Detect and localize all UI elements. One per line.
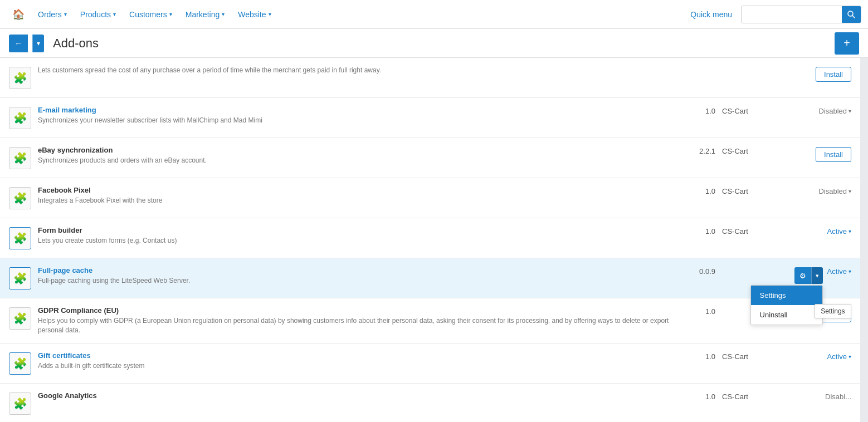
addon-row: 🧩 E-mail marketing Synchronizes your new… <box>0 98 860 138</box>
status-active-full-page-cache[interactable]: Active ▾ <box>827 267 851 276</box>
main-content: 🧩 Lets customers spread the cost of any … <box>0 58 868 422</box>
back-button[interactable]: ← <box>9 35 28 52</box>
settings-menu-item[interactable]: Settings <box>751 286 822 305</box>
puzzle-icon: 🧩 <box>13 312 27 325</box>
addon-version-facebook: 1.0 <box>682 186 715 195</box>
search-input[interactable] <box>742 6 842 23</box>
install-button-ebay[interactable]: Install <box>816 147 851 162</box>
addon-info-email-marketing: E-mail marketing Synchronizes your newsl… <box>38 106 675 125</box>
nav-marketing[interactable]: Marketing ▾ <box>180 6 230 23</box>
gear-btn-group: ⚙ ▾ <box>794 267 823 284</box>
gear-button[interactable]: ⚙ <box>794 267 811 284</box>
status-chevron-icon: ▾ <box>849 108 851 114</box>
settings-tooltip: Settings <box>815 304 851 318</box>
addon-version-google-analytics: 1.0 <box>682 391 715 401</box>
addon-info-gdpr: GDPR Compliance (EU) Helps you to comply… <box>38 306 675 335</box>
addon-icon-facebook: 🧩 <box>9 187 31 209</box>
addon-icon-installment: 🧩 <box>9 67 31 89</box>
addon-status-gift-certificates: Active ▾ <box>773 351 851 361</box>
puzzle-icon: 🧩 <box>13 272 27 285</box>
addon-name-gift-certificates[interactable]: Gift certificates <box>38 351 675 360</box>
addon-status-ebay: Install <box>773 146 851 162</box>
addon-info-google-analytics: Google Analytics <box>38 391 675 401</box>
addon-provider-full-page-cache <box>722 266 767 267</box>
install-button-installment[interactable]: Install <box>816 67 851 82</box>
sub-header: ← ▾ Add-ons + <box>0 29 868 58</box>
addon-version-email-marketing: 1.0 <box>682 106 715 115</box>
addon-name-email-marketing[interactable]: E-mail marketing <box>38 106 675 114</box>
status-active-gift-certificates[interactable]: Active ▾ <box>827 352 851 361</box>
addon-row: 🧩 Gift certificates Adds a built-in gift… <box>0 344 860 384</box>
addon-status-email-marketing: Disabled ▾ <box>773 106 851 115</box>
addon-provider-email-marketing: CS-Cart <box>722 106 767 115</box>
gear-dropdown-toggle[interactable]: ▾ <box>811 267 823 284</box>
addon-info-form-builder: Form builder Lets you create custom form… <box>38 226 675 246</box>
website-chevron-icon: ▾ <box>269 11 271 17</box>
uninstall-label: Uninstall <box>760 311 788 319</box>
add-button[interactable]: + <box>835 32 859 55</box>
addon-info-installment: Lets customers spread the cost of any pu… <box>38 66 675 75</box>
top-nav: 🏠 Orders ▾ Products ▾ Customers ▾ Market… <box>0 0 868 29</box>
addon-info-gift-certificates: Gift certificates Adds a built-in gift c… <box>38 351 675 371</box>
addon-version-form-builder: 1.0 <box>682 226 715 235</box>
nav-products[interactable]: Products ▾ <box>75 6 121 23</box>
status-chevron-icon: ▾ <box>849 228 851 234</box>
addon-provider-facebook: CS-Cart <box>722 186 767 195</box>
addon-name-facebook: Facebook Pixel <box>38 186 675 194</box>
addon-icon-full-page-cache: 🧩 <box>9 267 31 289</box>
addon-provider-form-builder: CS-Cart <box>722 226 767 235</box>
addon-icon-email-marketing: 🧩 <box>9 107 31 129</box>
status-active-form-builder[interactable]: Active ▾ <box>827 227 851 235</box>
status-disabled-email-marketing[interactable]: Disabled ▾ <box>818 107 851 115</box>
addon-version-gdpr: 1.0 <box>682 306 715 316</box>
nav-customers[interactable]: Customers ▾ <box>124 6 178 23</box>
customers-chevron-icon: ▾ <box>169 11 172 17</box>
marketing-chevron-icon: ▾ <box>222 11 225 17</box>
addon-name-google-analytics: Google Analytics <box>38 391 675 400</box>
puzzle-icon: 🧩 <box>13 357 27 370</box>
addon-info-ebay: eBay synchronization Synchronizes produc… <box>38 146 675 165</box>
orders-chevron-icon: ▾ <box>64 11 67 17</box>
search-button[interactable] <box>842 6 861 23</box>
addon-info-facebook: Facebook Pixel Integrates a Facebook Pix… <box>38 186 675 205</box>
addon-row: 🧩 Facebook Pixel Integrates a Facebook P… <box>0 178 860 218</box>
quick-menu-link[interactable]: Quick menu <box>684 6 739 23</box>
addon-provider-gift-certificates: CS-Cart <box>722 351 767 361</box>
addon-desc-gift-certificates: Adds a built-in gift certificate system <box>38 361 675 371</box>
status-disabled-google-analytics[interactable]: Disabl... <box>825 392 851 401</box>
addon-desc-email-marketing: Synchronizes your newsletter subscriber … <box>38 116 675 125</box>
addon-name-ebay: eBay synchronization <box>38 146 675 154</box>
nav-website[interactable]: Website ▾ <box>232 6 276 23</box>
addon-version-ebay: 2.2.1 <box>682 146 715 155</box>
page-title: Add-ons <box>53 36 830 51</box>
addon-provider-installment <box>722 66 767 67</box>
addons-list: 🧩 Lets customers spread the cost of any … <box>0 58 860 422</box>
addon-status-installment: Install <box>773 66 851 82</box>
addon-status-facebook: Disabled ▾ <box>773 186 851 195</box>
addon-icon-ebay: 🧩 <box>9 147 31 169</box>
puzzle-icon: 🧩 <box>13 192 27 205</box>
addon-desc-ebay: Synchronizes products and orders with an… <box>38 156 675 165</box>
products-chevron-icon: ▾ <box>113 11 116 17</box>
right-sidebar <box>860 58 868 422</box>
home-link[interactable]: 🏠 <box>7 4 30 25</box>
addon-name-full-page-cache[interactable]: Full-page cache <box>38 266 675 274</box>
status-disabled-facebook[interactable]: Disabled ▾ <box>818 187 851 195</box>
addon-status-google-analytics: Disabl... <box>773 391 851 401</box>
addon-name-gdpr: GDPR Compliance (EU) <box>38 306 675 315</box>
addon-icon-gdpr: 🧩 <box>9 307 31 330</box>
puzzle-icon: 🧩 <box>13 232 27 245</box>
addon-provider-ebay: CS-Cart <box>722 146 767 155</box>
addon-row-full-page-cache: 🧩 Full-page cache Full-page caching usin… <box>0 258 860 298</box>
addon-row: 🧩 GDPR Compliance (EU) Helps you to comp… <box>0 298 860 344</box>
gear-dropdown-menu: Settings UninstallSettings <box>750 285 823 325</box>
addon-icon-gift-certificates: 🧩 <box>9 352 31 375</box>
addon-status-full-page-cache: ⚙ ▾ Settings UninstallSettings Active ▾ <box>773 266 851 284</box>
addon-version-full-page-cache: 0.0.9 <box>682 266 715 276</box>
uninstall-menu-item[interactable]: UninstallSettings <box>751 305 822 325</box>
back-dropdown-button[interactable]: ▾ <box>32 35 44 52</box>
nav-orders[interactable]: Orders ▾ <box>32 6 72 23</box>
puzzle-icon: 🧩 <box>13 111 27 125</box>
search-icon <box>847 11 855 18</box>
addon-desc-facebook: Integrates a Facebook Pixel with the sto… <box>38 196 675 205</box>
